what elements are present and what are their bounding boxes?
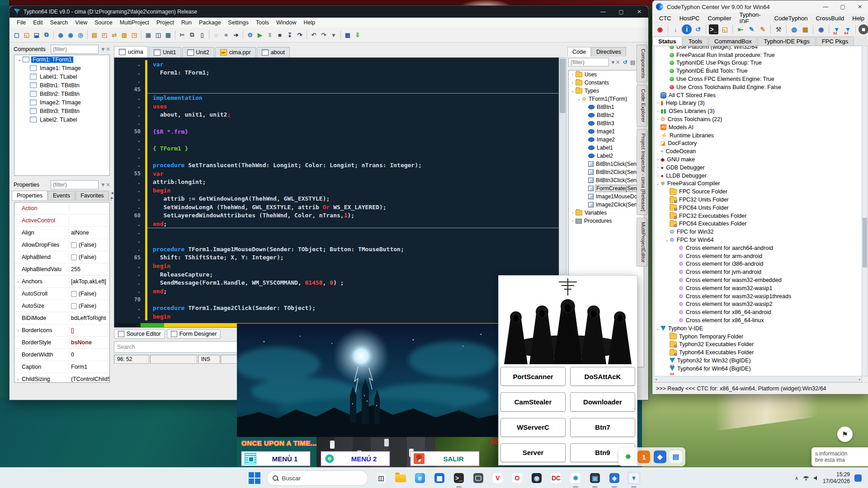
dc-app-icon[interactable]: DC (549, 471, 563, 485)
property-row[interactable]: BiDiModebdLeftToRight (14, 312, 109, 324)
property-row[interactable]: AllowDropFiles(False) (14, 239, 109, 251)
ctc-tree-item[interactable]: ⚙Cross element for wasm32-wasip1threads (654, 292, 862, 300)
component-item[interactable]: Label2: TLabel (14, 115, 109, 124)
folder-search-icon[interactable]: ◱ (720, 24, 730, 34)
ctc-maximize-button[interactable]: ▢ (834, 0, 851, 13)
tray-chevron-icon[interactable]: ∧ (795, 475, 798, 481)
menu-package[interactable]: Package (195, 19, 225, 27)
ctc-tree-item[interactable]: FreePascal Run Install procedure: True (654, 51, 862, 59)
file-explorer-icon[interactable] (394, 471, 407, 485)
remote-desktop-icon[interactable]: 🖵 (472, 471, 485, 485)
editor-tab-Unit1[interactable]: Unit1 (149, 47, 181, 57)
property-value[interactable]: (False) (69, 242, 109, 248)
menu-source[interactable]: Source (91, 19, 116, 27)
broadcast-icon[interactable]: ◉ (816, 24, 826, 34)
ctc-tree-item[interactable]: ⚙Cross element for wasm32-wasip1 (654, 284, 862, 292)
ctc-tree-item[interactable]: ⚙Cross element for jvm-android (654, 268, 862, 276)
ctc-tree-item[interactable]: FPC32 Executables Folder (654, 212, 862, 220)
code-explorer-item[interactable]: BitBtn1 (569, 103, 644, 111)
camstealer-button[interactable]: CamStealer (500, 392, 566, 411)
code-explorer-item[interactable]: BitBtn2Click(Send (569, 168, 644, 176)
clean2-icon[interactable]: ✎ (758, 24, 768, 34)
view-forms-icon[interactable]: ◫ (154, 30, 163, 39)
ctc-menu-crossbuild[interactable]: CrossBuild (811, 14, 848, 23)
ctc-tree-item[interactable]: ⚙Cross element for i386-android (654, 260, 862, 268)
pc-import-icon[interactable]: ⇤ (736, 24, 745, 34)
ctc-tree-item[interactable]: ≈CodeOcean (654, 147, 862, 155)
stop-icon[interactable]: ■ (275, 30, 284, 39)
ctc-status-tree[interactable]: Use Platform (widget): Win32/64FreePasca… (654, 46, 862, 376)
ctc-tab-status[interactable]: Status (652, 37, 682, 46)
view-units-icon[interactable]: ▣ (144, 30, 153, 39)
ctc-menu-hostpc[interactable]: HostPC (675, 14, 704, 23)
editor-tab-ucima[interactable]: ucima (114, 46, 148, 57)
menu-run[interactable]: Run (178, 19, 195, 27)
ctc-tree-item[interactable]: TyphonIDE Build Tools: True (654, 67, 862, 75)
code-explorer-item[interactable]: Image1MouseDow (569, 192, 644, 201)
jump-icon[interactable]: ◎ (76, 30, 85, 39)
clean-icon[interactable]: ✎ (747, 24, 757, 34)
close-button[interactable]: ✕ (630, 6, 648, 18)
ctc-hscrollbar[interactable]: ◂▸ (654, 376, 862, 382)
display-app-icon[interactable]: ▣ (588, 471, 602, 485)
menu-window[interactable]: Window (273, 19, 300, 27)
refresh-icon[interactable]: ↺ (693, 24, 703, 34)
ctc-tab-commandbox[interactable]: CommandBox (708, 37, 757, 46)
property-row[interactable]: AlignalNone (14, 227, 109, 239)
code-explorer-item[interactable]: Label1 (569, 144, 644, 152)
ctc-tree-item[interactable]: ⚙Cross element for aarch64-android (654, 244, 862, 252)
tab-events[interactable]: Events (48, 191, 75, 200)
ctc-vscrollbar[interactable] (862, 46, 868, 376)
code-explorer-item[interactable]: BitBtn3Click(Send (569, 176, 644, 184)
tab-source-editor[interactable]: Source Editor (114, 329, 165, 339)
pkg-download-icon[interactable]: ▦ (800, 24, 810, 34)
components-filter-input[interactable]: (filter) (51, 45, 99, 54)
find-next-icon[interactable]: ➔ (231, 30, 241, 39)
paste-icon[interactable]: ▯ (198, 30, 207, 39)
property-expand-icon[interactable]: › (14, 328, 22, 333)
tab-favorites[interactable]: Favorites (75, 191, 108, 200)
blue-app-icon[interactable]: ◆ (608, 471, 621, 485)
funnel-clear-icon[interactable]: ▼✕ (610, 59, 620, 66)
toggle-form-unit-icon[interactable]: ⇄ (110, 30, 119, 39)
component-item[interactable]: BitBtn1: TBitBtn (14, 81, 109, 89)
code-explorer-item[interactable]: BitBtn1Click(Send (569, 160, 644, 168)
unit-list-icon[interactable]: ▤ (90, 30, 99, 39)
ctc-tree-item[interactable]: Use Cross Toolchains Build Engine: False (654, 83, 862, 91)
property-row[interactable]: AlphaBlendValu255 (14, 263, 109, 276)
volume-icon[interactable] (814, 476, 818, 480)
menu-tools[interactable]: Tools (252, 19, 273, 27)
ctc-tree-item[interactable]: FPC64 Executables Folder (654, 220, 862, 228)
editor-tab-cima.ppr[interactable]: pprcima.ppr (215, 47, 256, 57)
property-row[interactable]: Action (14, 202, 109, 215)
property-row[interactable]: CaptionForm1 (14, 361, 109, 373)
typhon32-icon[interactable]: ▼32 (832, 24, 842, 34)
menu-file[interactable]: File (13, 19, 29, 27)
ctc-tree-item[interactable]: Typhon32 Executables Folder (654, 340, 862, 348)
new-unit-icon[interactable]: ▢ (12, 30, 21, 39)
editor-tab-about[interactable]: about (257, 47, 290, 57)
ctc-tree-item[interactable]: ›◆GNU make (654, 155, 862, 164)
dosattack-button[interactable]: DoSAttAcK (570, 367, 635, 386)
code-explorer-item[interactable]: FormCreate(Send (569, 184, 644, 192)
new-form-icon[interactable]: ◳ (130, 30, 139, 39)
code-explorer-item[interactable]: Label2 (569, 152, 644, 160)
property-expand-icon[interactable]: › (14, 377, 22, 382)
editor-tab-Unit2[interactable]: Unit2 (182, 47, 214, 57)
ctc-close-button[interactable]: ✕ (851, 0, 868, 13)
source-editor[interactable]: .var. Form1: TForm1;.45.implementation.u… (114, 57, 560, 328)
code-explorer-item[interactable]: ⌄⚙TForm1(TForm) (569, 95, 644, 103)
properties-filter-clear-icon[interactable]: ▼✕ (100, 182, 110, 188)
menu-settings[interactable]: Settings (225, 19, 252, 27)
property-expand-icon[interactable]: › (14, 279, 22, 284)
ctc-tree-item[interactable]: ⌄⚙FPC for Win64 (654, 236, 862, 244)
editor-search-input[interactable]: Search (114, 341, 242, 353)
menu-multiproject[interactable]: MultiProject (116, 19, 153, 27)
game-icon[interactable]: ◉ (530, 471, 543, 485)
code-explorer-item[interactable]: Image2Click(Send (569, 201, 644, 209)
undo-icon[interactable]: ↶ (309, 30, 318, 39)
ctc-tree-item[interactable]: Typhon64 Executables Folder (654, 348, 862, 357)
portscanner-button[interactable]: PortScanner (500, 367, 566, 386)
code-explorer-item[interactable]: ⌄Types (569, 87, 644, 95)
build-icon[interactable]: ⚙ (245, 30, 255, 39)
